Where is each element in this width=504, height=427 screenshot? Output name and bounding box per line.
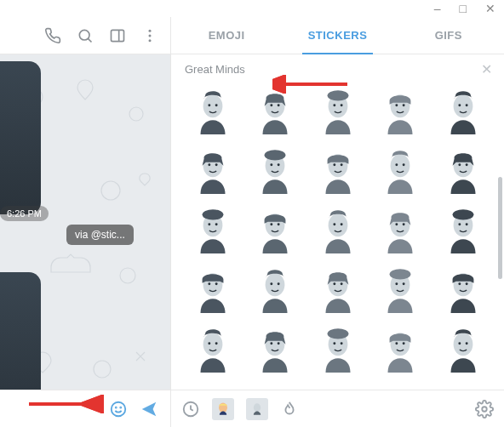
svg-point-92 [458, 342, 461, 344]
emoji-picker-button[interactable] [109, 400, 128, 418]
svg-point-72 [390, 269, 411, 279]
sticker-monroe[interactable] [185, 143, 241, 199]
sticker-cobain[interactable] [185, 262, 241, 318]
svg-point-35 [278, 163, 280, 166]
svg-point-51 [278, 223, 280, 225]
svg-point-22 [340, 104, 342, 106]
close-window-button[interactable]: ✕ [482, 3, 499, 14]
svg-point-33 [265, 150, 286, 160]
svg-point-79 [208, 342, 210, 344]
tab-gifs[interactable]: GIFS [393, 17, 504, 54]
svg-point-66 [271, 282, 273, 285]
sidebar-toggle-icon[interactable] [109, 27, 126, 44]
sticker-poe[interactable] [185, 322, 241, 378]
sticker-tesla[interactable] [310, 322, 366, 378]
sent-sticker-1[interactable] [0, 61, 41, 214]
svg-point-11 [116, 407, 117, 407]
call-icon[interactable] [44, 27, 61, 44]
compose-bar [0, 390, 170, 427]
sticker-chaplin[interactable] [435, 262, 491, 318]
svg-point-24 [396, 104, 398, 106]
svg-point-7 [101, 181, 120, 200]
svg-point-41 [403, 163, 405, 166]
picker-tabs: EMOJI STICKERS GIFS [171, 17, 504, 54]
minimize-button[interactable]: – [431, 3, 444, 14]
svg-point-9 [94, 361, 111, 378]
svg-point-4 [149, 39, 152, 42]
svg-point-34 [271, 163, 273, 166]
svg-point-96 [254, 403, 261, 412]
pack-header: Great Minds ✕ [171, 54, 504, 83]
pack-thumb-1[interactable] [212, 398, 234, 420]
sticker-armstrong[interactable] [372, 262, 428, 318]
sticker-grid [171, 83, 504, 381]
svg-point-27 [458, 104, 461, 106]
svg-point-85 [327, 328, 348, 339]
svg-point-26 [453, 94, 472, 117]
send-button[interactable] [140, 400, 158, 418]
settings-icon[interactable] [475, 400, 494, 418]
trending-icon[interactable] [280, 400, 299, 418]
sticker-franklin[interactable] [435, 202, 491, 259]
svg-point-61 [465, 223, 467, 225]
recent-icon[interactable] [181, 400, 200, 418]
svg-point-17 [271, 104, 273, 106]
svg-point-13 [203, 94, 223, 117]
svg-point-91 [453, 333, 472, 356]
svg-point-3 [149, 34, 152, 37]
svg-point-48 [215, 223, 218, 225]
tab-emoji[interactable]: EMOJI [171, 17, 282, 54]
sticker-freddie[interactable] [310, 83, 366, 139]
chat-header [0, 17, 170, 54]
search-icon[interactable] [77, 27, 94, 44]
close-icon[interactable]: ✕ [481, 61, 492, 77]
more-icon[interactable] [141, 27, 158, 44]
sticker-lincoln[interactable] [247, 262, 303, 318]
scrollbar-thumb[interactable] [498, 177, 502, 279]
sticker-mozart[interactable] [247, 322, 303, 378]
svg-point-59 [452, 209, 473, 219]
svg-point-87 [340, 342, 342, 344]
svg-point-25 [403, 104, 405, 106]
svg-point-57 [403, 223, 405, 225]
svg-point-18 [278, 104, 280, 106]
svg-point-52 [328, 214, 347, 236]
svg-point-15 [215, 104, 218, 106]
svg-point-54 [340, 223, 342, 225]
sticker-chef[interactable] [310, 143, 366, 199]
svg-point-21 [333, 104, 335, 106]
sticker-jobs[interactable] [435, 83, 491, 139]
svg-point-43 [458, 163, 461, 166]
svg-point-69 [333, 282, 335, 285]
svg-point-2 [149, 29, 152, 31]
svg-point-14 [208, 104, 210, 106]
svg-point-78 [203, 333, 223, 356]
sticker-newton[interactable] [372, 322, 428, 378]
sent-sticker-2[interactable] [0, 272, 41, 390]
sticker-hendrix[interactable] [372, 202, 428, 259]
sticker-einstein[interactable] [435, 322, 491, 378]
sticker-washington[interactable] [435, 143, 491, 199]
sticker-twain[interactable] [372, 143, 428, 199]
svg-point-6 [129, 107, 143, 121]
svg-point-82 [271, 342, 273, 344]
svg-point-73 [396, 282, 398, 285]
svg-point-63 [208, 282, 210, 285]
svg-point-86 [333, 342, 335, 344]
svg-point-53 [333, 223, 335, 225]
svg-point-40 [396, 163, 398, 166]
svg-point-30 [208, 163, 210, 166]
sticker-gandhi[interactable] [247, 202, 303, 259]
svg-point-64 [215, 282, 218, 285]
sticker-obama[interactable] [247, 143, 303, 199]
sticker-colonel[interactable] [185, 202, 241, 259]
sticker-frida[interactable] [247, 83, 303, 139]
sticker-cleopatra[interactable] [310, 202, 366, 259]
sticker-che[interactable] [372, 83, 428, 139]
sticker-lennon[interactable] [310, 262, 366, 318]
sticker-dali[interactable] [185, 83, 241, 139]
svg-point-80 [215, 342, 218, 344]
tab-stickers[interactable]: STICKERS [282, 17, 392, 54]
pack-thumb-2[interactable] [246, 398, 268, 420]
maximize-button[interactable]: □ [456, 3, 470, 14]
